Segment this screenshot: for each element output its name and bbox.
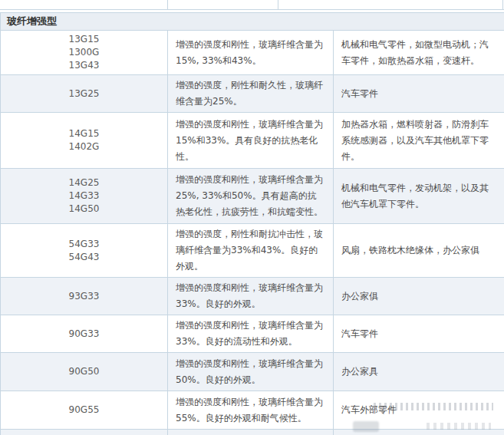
column-border-stub — [167, 0, 168, 10]
applications-cell: 办公家俱 — [334, 278, 504, 315]
grade-cell: 90G50 — [1, 353, 168, 391]
table-row: 90G33 增强的强度和刚性，玻璃纤维含量为33%。良好的流动性和外观。 汽车零… — [1, 315, 504, 353]
material-grades-table: 玻纤增强型 13G15 1300G 13G43 增强的强度和刚性，玻璃纤维含量为… — [0, 12, 504, 435]
applications-cell: 汽车零件 — [334, 75, 504, 113]
grade-cell: 93G33 — [1, 278, 168, 315]
description-cell: 增强的强度和刚性，玻璃纤维含量为15%, 33%和43%。 — [168, 31, 334, 75]
grade-cell: 14G15 1402G — [1, 113, 168, 169]
table-row: 90G60 表面平滑，同时还具有90G55的刚性。 汽车外部零件 — [1, 430, 504, 435]
table-row: 14G15 1402G 增强的强度和刚性，玻璃纤维含量为15%和33%。具有良好… — [1, 113, 504, 169]
applications-cell: 机械和电气零件，如微型电动机；汽车零件，如散热器水箱，变速杆。 — [334, 31, 504, 75]
applications-cell: 机械和电气零件，发动机架，以及其他汽车机罩下零件。 — [334, 169, 504, 224]
grade-cell: 14G25 14G33 14G50 — [1, 169, 168, 224]
description-cell: 增强的强度和刚性，玻璃纤维含量为33%。良好的流动性和外观。 — [168, 315, 334, 353]
table-row: 90G50 增强的强度和刚性，玻璃纤维含量为50%。良好的外观。 办公家具 — [1, 353, 504, 391]
description-cell: 增强的强度和刚性，玻璃纤维含量为50%。良好的外观。 — [168, 353, 334, 391]
grade-cell: 13G15 1300G 13G43 — [1, 31, 168, 75]
table-row: 14G25 14G33 14G50 增强的强度和刚性，玻璃纤维含量为25%, 3… — [1, 169, 504, 224]
applications-cell: 汽车外部零件 — [334, 430, 504, 435]
applications-cell: 汽车外部零件 — [334, 391, 504, 430]
grade-cell: 90G33 — [1, 315, 168, 353]
column-border-stub — [502, 0, 503, 10]
partial-row-top — [0, 0, 504, 10]
applications-cell: 汽车零件 — [334, 315, 504, 353]
description-cell: 表面平滑，同时还具有90G55的刚性。 — [168, 430, 334, 435]
description-cell: 增强的强度和刚性，玻璃纤维含量为55%。良好的外观和耐气候性。 — [168, 391, 334, 430]
table-row: 93G33 增强的强度和刚性，玻璃纤维含量为33%。良好的外观。 办公家俱 — [1, 278, 504, 315]
description-cell: 增强的强度和刚性，玻璃纤维含量为25%, 33%和50%。具有超高的抗热老化性，… — [168, 169, 334, 224]
grade-cell: 90G60 — [1, 430, 168, 435]
applications-cell: 办公家具 — [334, 353, 504, 391]
description-cell: 增强的强度，刚性和耐久性，玻璃纤维含量为25%。 — [168, 75, 334, 113]
description-cell: 增强的强度，刚性和耐抗冲击性，玻璃纤维含量为33%和43%。良好的外观。 — [168, 224, 334, 278]
grade-cell: 54G33 54G43 — [1, 224, 168, 278]
table-row: 54G33 54G43 增强的强度，刚性和耐抗冲击性，玻璃纤维含量为33%和43… — [1, 224, 504, 278]
table-row: 13G25 增强的强度，刚性和耐久性，玻璃纤维含量为25%。 汽车零件 — [1, 75, 504, 113]
grade-cell: 13G25 — [1, 75, 168, 113]
description-cell: 增强的强度和刚性，玻璃纤维含量为15%和33%。具有良好的抗热老化性。 — [168, 113, 334, 169]
section-title: 玻纤增强型 — [1, 13, 504, 31]
description-cell: 增强的强度和刚性，玻璃纤维含量为33%。良好的外观。 — [168, 278, 334, 315]
section-header-row: 玻纤增强型 — [1, 13, 504, 31]
table-row: 13G15 1300G 13G43 增强的强度和刚性，玻璃纤维含量为15%, 3… — [1, 31, 504, 75]
applications-cell: 风扇，铁路枕木绝缘体，办公家俱 — [334, 224, 504, 278]
applications-cell: 加热器水箱，燃料喷射器，防滑刹车系统感测器，以及汽车其他机罩下零件。 — [334, 113, 504, 169]
column-border-stub — [278, 0, 278, 10]
table-row: 90G55 增强的强度和刚性，玻璃纤维含量为55%。良好的外观和耐气候性。 汽车… — [1, 391, 504, 430]
grade-cell: 90G55 — [1, 391, 168, 430]
